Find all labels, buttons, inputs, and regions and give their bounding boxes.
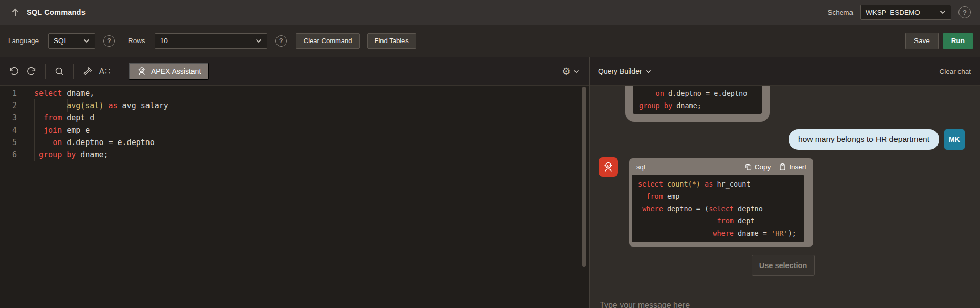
code-line: where dname = 'HR'); [638,227,798,239]
robot-icon [602,161,614,173]
insert-button[interactable]: Insert [779,163,806,171]
chat-toolbar: Query Builder Clear chat [590,57,980,86]
chat-messages: on d.deptno = e.deptnogroup by dname; ho… [590,86,980,308]
toolbar-separator [119,64,119,79]
copy-button[interactable]: Copy [744,163,771,171]
copy-label: Copy [755,163,771,171]
line-number: 6 [0,149,23,161]
editor-toolbar: A∷ APEX Assistant ⚙ [0,57,589,86]
rows-help-icon[interactable]: ? [275,35,287,47]
schema-value: WKSP_ESDEMO [866,9,920,16]
header-right-group: Schema WKSP_ESDEMO ? [827,5,971,20]
top-header-bar: SQL Commands Schema WKSP_ESDEMO ? [0,0,980,25]
up-arrow-icon[interactable] [8,5,23,19]
format-hammer-icon[interactable] [79,63,96,80]
copy-icon [744,163,752,171]
code-line: where deptno = (select deptno [638,202,798,215]
schema-help-icon[interactable]: ? [958,6,971,18]
editor-pane: A∷ APEX Assistant ⚙ 123456 select dname,… [0,57,589,308]
chevron-down-icon [255,39,262,43]
code-actions: Copy Insert [744,163,806,171]
schema-select[interactable]: WKSP_ESDEMO [860,5,951,20]
assistant-answer-card: sql Copy Insert select coun [629,158,813,247]
query-builder-label: Query Builder [598,67,642,75]
use-selection-button[interactable]: Use selection [752,255,815,276]
chevron-down-icon [83,39,90,43]
editor-scrollbar[interactable] [582,87,586,267]
code-line: group by dname; [639,99,756,112]
apex-assistant-label: APEX Assistant [151,67,201,75]
editor-code: select dname, avg(sal) as avg_salary fro… [34,87,559,161]
clear-command-button[interactable]: Clear Command [296,33,360,49]
sql-editor[interactable]: 123456 select dname, avg(sal) as avg_sal… [0,86,589,308]
rows-label: Rows [128,37,145,45]
language-select[interactable]: SQL [48,33,95,49]
command-bar: Language SQL ? Rows 10 ? Clear Command F… [0,25,980,57]
find-tables-button[interactable]: Find Tables [367,33,416,49]
chevron-down-icon [940,10,946,14]
sql-commands-app: SQL Commands Schema WKSP_ESDEMO ? Langua… [0,0,980,308]
rows-value: 10 [160,37,168,45]
assistant-chat-pane: Query Builder Clear chat on d.deptno = e… [589,57,980,308]
clipboard-insert-icon [779,163,786,171]
line-number: 2 [0,99,23,112]
schema-label: Schema [827,9,853,16]
gear-icon: ⚙ [562,66,571,76]
code-line: from emp [638,190,798,202]
previous-answer-code: on d.deptno = e.deptnogroup by dname; [633,86,762,114]
chevron-down-icon [573,70,579,73]
code-line: join emp e [34,124,559,136]
line-number: 1 [0,87,23,99]
redo-icon[interactable] [23,63,40,80]
line-number: 4 [0,124,23,136]
query-builder-menu[interactable]: Query Builder [598,67,651,75]
line-number: 5 [0,136,23,149]
toolbar-separator [45,64,46,79]
save-button[interactable]: Save [905,33,939,49]
user-avatar: MK [944,129,965,150]
assistant-sql-code: select count(*) as hr_count from emp whe… [632,175,804,242]
assistant-avatar [599,157,618,177]
language-help-icon[interactable]: ? [103,35,115,47]
language-label: Language [8,37,39,45]
rows-select[interactable]: 10 [155,33,267,49]
chat-input-bar [590,286,980,308]
toolbar-separator [73,64,74,79]
apex-assistant-button[interactable]: APEX Assistant [129,63,209,80]
code-line: avg(sal) as avg_salary [34,99,559,112]
chevron-down-icon [646,70,651,73]
user-message-bubble: how many belongs to HR department [789,129,939,150]
editor-settings-menu[interactable]: ⚙ [562,66,579,76]
undo-icon[interactable] [5,63,23,80]
code-line: on d.deptno = e.deptno [34,136,559,149]
insert-label: Insert [789,163,806,171]
run-button[interactable]: Run [943,33,973,49]
main-split: A∷ APEX Assistant ⚙ 123456 select dname,… [0,57,980,308]
line-number: 3 [0,112,23,124]
code-line: from dept d [34,112,559,124]
page-title: SQL Commands [27,8,86,16]
code-line: on d.deptno = e.deptno [639,87,756,99]
editor-line-numbers: 123456 [0,87,23,161]
change-case-icon[interactable]: A∷ [96,63,114,80]
code-line: select count(*) as hr_count [638,178,798,190]
code-line: select dname, [34,87,559,99]
user-message-row: how many belongs to HR department MK [789,129,965,150]
robot-icon [137,66,147,76]
clear-chat-button[interactable]: Clear chat [939,68,971,75]
chat-message-input[interactable] [600,298,907,308]
code-language-badge: sql [636,163,645,171]
search-icon[interactable] [51,63,68,80]
code-line: from dept [638,215,798,227]
previous-answer-bubble: on d.deptno = e.deptnogroup by dname; [625,86,770,122]
command-bar-right-group: Save Run [905,33,973,49]
language-value: SQL [54,37,68,45]
code-block-header: sql Copy Insert [629,158,813,175]
code-line: group by dname; [34,149,559,161]
